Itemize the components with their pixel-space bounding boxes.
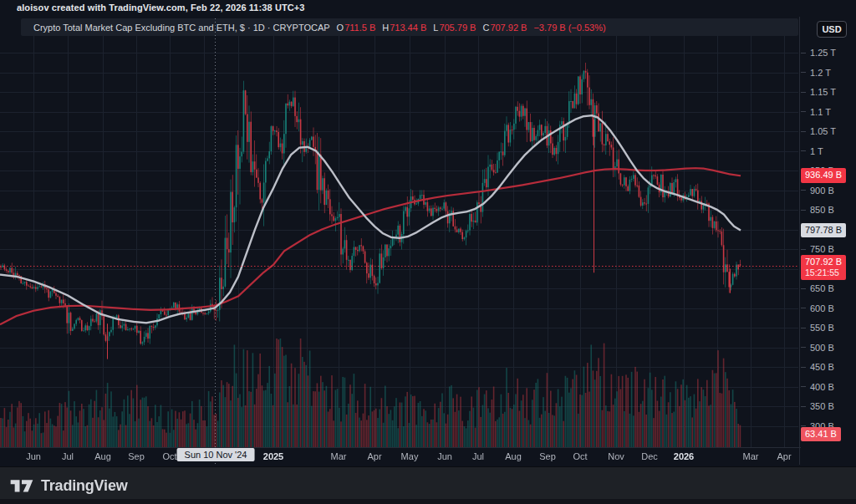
- tick-dash: [801, 92, 806, 93]
- price-tick: 600 B: [801, 303, 834, 314]
- tick-dash: [801, 150, 806, 151]
- price-tick: 1 T: [801, 145, 823, 157]
- time-tick-month: Sep: [539, 451, 556, 461]
- price-chart-canvas[interactable]: [0, 17, 801, 465]
- crosshair-date-badge: Sun 10 Nov '24: [177, 448, 255, 461]
- tick-dash: [801, 386, 806, 387]
- time-tick-month: May: [401, 451, 419, 461]
- price-tick: 900 B: [801, 185, 834, 196]
- tick-dash: [801, 288, 806, 289]
- ma-value-badge: 797.78 B: [801, 223, 846, 237]
- symbol-title[interactable]: Crypto Total Market Cap Excluding BTC an…: [33, 23, 330, 33]
- time-tick-month: Mar: [743, 451, 759, 461]
- tick-dash: [801, 249, 806, 250]
- price-tick: 350 B: [801, 400, 834, 412]
- tick-dash: [801, 111, 806, 112]
- time-tick-year: 2026: [674, 451, 694, 461]
- price-tick: 1.15 T: [801, 86, 836, 98]
- price-value-badge: 936.49 B: [801, 168, 846, 182]
- price-tick: 400 B: [801, 381, 834, 393]
- tradingview-logo-icon[interactable]: [9, 476, 34, 495]
- price-tick: 1.05 T: [801, 125, 836, 137]
- tick-dash: [801, 131, 806, 132]
- price-tick: 650 B: [801, 283, 834, 294]
- tick-dash: [801, 53, 806, 53]
- price-tick: 550 B: [801, 322, 834, 333]
- ohlc-open: O711.5 B: [337, 23, 376, 33]
- time-tick-month: Jul: [472, 451, 484, 461]
- ohlc-close: C707.92 B: [482, 23, 527, 33]
- price-tick: 450 B: [801, 361, 834, 373]
- volume-value-badge: 63.41 B: [801, 427, 841, 441]
- time-tick-month: Oct: [162, 451, 176, 461]
- tick-dash: [801, 367, 806, 368]
- attribution-text: aloisov created with TradingView.com, Fe…: [17, 3, 305, 13]
- time-tick-month: Jun: [26, 451, 41, 461]
- time-tick-month: Nov: [608, 451, 624, 461]
- time-tick-month: Oct: [573, 451, 587, 461]
- price-tick: 1.25 T: [801, 47, 836, 59]
- tick-dash: [801, 308, 806, 308]
- tick-dash: [801, 72, 806, 73]
- legend-bar[interactable]: Crypto Total Market Cap Excluding BTC an…: [21, 18, 798, 36]
- tick-dash: [801, 210, 806, 211]
- price-tick: 500 B: [801, 342, 834, 354]
- time-tick-month: Aug: [505, 451, 522, 461]
- tick-dash: [801, 425, 806, 426]
- time-tick-month: Jun: [437, 451, 452, 461]
- price-tick: 850 B: [801, 204, 834, 216]
- footer-bottom-strip: [0, 499, 856, 504]
- change-value: −3.79 B (−0.53%): [533, 23, 605, 33]
- time-tick-month: Aug: [94, 451, 111, 461]
- tradingview-wordmark[interactable]: TradingView: [41, 477, 128, 495]
- time-tick-month: Dec: [641, 451, 658, 461]
- ohlc-high: H713.44 B: [382, 23, 426, 33]
- currency-toggle-button[interactable]: USD: [817, 21, 847, 38]
- time-tick-month: Jul: [62, 451, 74, 461]
- tick-dash: [801, 347, 806, 348]
- tick-dash: [801, 406, 806, 407]
- time-tick-month: Mar: [331, 451, 347, 461]
- price-tick: 750 B: [801, 243, 834, 255]
- price-tick: 1.1 T: [801, 106, 831, 118]
- time-tick-month: Sep: [128, 451, 145, 461]
- price-tick: 1.2 T: [801, 67, 831, 79]
- tradingview-chart-window: aloisov created with TradingView.com, Fe…: [0, 0, 856, 504]
- time-tick-month: Apr: [777, 451, 791, 461]
- tick-dash: [801, 328, 806, 328]
- time-tick-month: Apr: [367, 451, 381, 461]
- crosshair-vertical-line: [215, 18, 216, 465]
- time-tick-year: 2025: [263, 451, 283, 461]
- tick-dash: [801, 190, 806, 191]
- ohlc-low: L705.79 B: [433, 23, 476, 33]
- price-value-badge: 707.92 B15:21:55: [801, 255, 846, 280]
